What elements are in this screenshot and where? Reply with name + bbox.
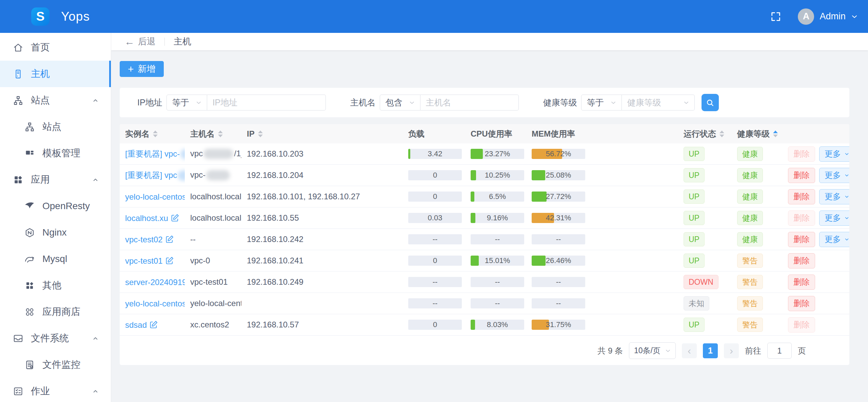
goto-page-input[interactable] [767, 343, 792, 359]
more-button[interactable]: 更多 [819, 146, 849, 162]
delete-button[interactable]: 删除 [788, 189, 815, 204]
instance-link[interactable]: vpc-test01 [125, 256, 163, 265]
status-tag: UP [684, 254, 705, 268]
load-bar: -- [408, 277, 462, 287]
blurred-text [203, 149, 233, 159]
edit-icon[interactable] [149, 320, 158, 329]
edit-icon[interactable] [170, 213, 180, 223]
hostname-filter-input[interactable] [420, 95, 519, 110]
search-icon [706, 98, 714, 107]
column-header-6[interactable]: 运行状态 [678, 124, 732, 143]
sidebar-item-jobs[interactable]: 作业 [0, 378, 111, 402]
sidebar-item-hosts[interactable]: 主机 [0, 61, 111, 87]
status-tag: UP [684, 168, 705, 182]
sort-carets-icon[interactable] [218, 130, 223, 137]
edit-icon[interactable] [165, 235, 174, 244]
filter-group-ip: IP地址 等于 [137, 95, 326, 110]
total-count: 共 9 条 [597, 345, 623, 356]
chevron-down-icon[interactable] [850, 13, 859, 21]
openresty-icon [24, 201, 35, 212]
filter-bar: IP地址 等于 主机名 包含 健康等级 等于 [120, 88, 849, 117]
goto-label: 前往 [745, 345, 761, 356]
column-header-7[interactable]: 健康等级 [732, 124, 783, 143]
load-cell: -- [403, 293, 465, 314]
delete-button[interactable]: 删除 [788, 232, 815, 247]
current-page-button[interactable]: 1 [703, 343, 718, 358]
sidebar-item-mysql[interactable]: Mysql [0, 246, 111, 272]
column-header-0[interactable]: 实例名 [120, 124, 185, 143]
host-icon [13, 69, 23, 79]
health-value-select[interactable]: 健康等级 [622, 95, 695, 110]
instance-link[interactable]: server-20240919 [125, 278, 185, 287]
delete-button[interactable]: 删除 [788, 168, 815, 183]
sidebar-item-sites-sub[interactable]: 站点 [0, 114, 111, 140]
health-tag: 健康 [737, 147, 763, 161]
page-size-select[interactable]: 10条/页 [629, 342, 676, 359]
ip-filter-input[interactable] [207, 95, 326, 110]
health-tag: 健康 [737, 211, 763, 225]
sort-carets-icon[interactable] [719, 130, 724, 137]
sidebar-item-filemonitor[interactable]: 文件监控 [0, 351, 111, 378]
sidebar-item-nginx[interactable]: Nginx [0, 219, 111, 246]
instance-link[interactable]: sdsad [125, 320, 147, 329]
more-button[interactable]: 更多 [819, 168, 849, 183]
instance-link[interactable]: vpc-test02 [125, 235, 163, 244]
column-header-2[interactable]: IP [241, 124, 403, 143]
sidebar-item-filesystem[interactable]: 文件系统 [0, 325, 111, 351]
mem-cell: 31.75% [526, 314, 678, 336]
instance-link[interactable]: localhost.xu [125, 214, 168, 223]
more-button[interactable]: 更多 [819, 232, 849, 247]
cpu-bar: 15.01% [471, 256, 524, 266]
jobs-icon [13, 386, 23, 397]
sidebar-item-home[interactable]: 首页 [0, 34, 111, 61]
ip-operator-select[interactable]: 等于 [166, 95, 207, 110]
cpu-bar: 10.25% [471, 170, 524, 180]
sort-carets-icon[interactable] [258, 130, 263, 137]
cpu-cell: -- [465, 293, 526, 314]
sidebar-item-sites[interactable]: 站点 [0, 87, 111, 114]
host-table-card: 实例名主机名IP负载CPU使用率MEM使用率运行状态健康等级 [重要机器] vp… [120, 124, 849, 365]
table-row: localhost.xulocalhost.localdomain192.168… [120, 207, 849, 229]
chevron-down-icon [844, 151, 849, 157]
delete-button[interactable]: 删除 [788, 253, 815, 268]
ip-cell: 192.168.10.204 [241, 165, 403, 186]
mem-bar: 42.31% [532, 213, 585, 223]
table-row: vpc-test01vpc-0192.168.10.241015.01%26.4… [120, 250, 849, 272]
sidebar-item-label: Nginx [42, 227, 67, 238]
load-cell: 0.03 [403, 207, 465, 229]
sidebar-item-templates[interactable]: 模板管理 [0, 140, 111, 166]
instance-link[interactable]: yelo-local-centos [125, 192, 185, 201]
sort-carets-icon[interactable] [773, 130, 778, 137]
sidebar-item-apps[interactable]: 应用 [0, 166, 111, 193]
cpu-cell: 8.03% [465, 314, 526, 336]
sitemap-icon [13, 95, 23, 106]
search-button[interactable] [702, 94, 719, 111]
health-operator-select[interactable]: 等于 [581, 95, 622, 110]
sidebar-item-appstore[interactable]: 应用商店 [0, 299, 111, 325]
avatar[interactable]: A [798, 8, 814, 25]
column-header-1[interactable]: 主机名 [185, 124, 241, 143]
next-page-button[interactable]: › [724, 343, 739, 358]
edit-icon[interactable] [165, 256, 174, 265]
status-tag: DOWN [684, 275, 718, 289]
ip-cell: 192.168.10.241 [241, 250, 403, 272]
hostname-operator-select[interactable]: 包含 [380, 95, 420, 110]
fullscreen-icon[interactable] [770, 11, 782, 22]
sidebar-item-openresty[interactable]: OpenResty [0, 193, 111, 219]
sort-carets-icon[interactable] [153, 130, 158, 137]
instance-link[interactable]: [重要机器] vpc [125, 170, 185, 180]
ip-cell: 192.168.10.203 [241, 143, 403, 165]
instance-link[interactable]: yelo-local-centos2 [125, 299, 185, 308]
more-button[interactable]: 更多 [819, 189, 849, 204]
user-name: Admin [820, 11, 846, 22]
more-button[interactable]: 更多 [819, 210, 849, 226]
add-button[interactable]: + 新增 [120, 61, 164, 77]
delete-button[interactable]: 删除 [788, 296, 815, 311]
instance-link[interactable]: [重要机器] vpc- [125, 149, 185, 158]
sidebar-item-label: 首页 [31, 41, 50, 54]
sidebar-item-other[interactable]: 其他 [0, 272, 111, 299]
back-link[interactable]: ← 后退 [124, 36, 156, 47]
home-icon [13, 42, 23, 53]
blurred-text [206, 170, 230, 180]
delete-button[interactable]: 删除 [788, 275, 815, 290]
